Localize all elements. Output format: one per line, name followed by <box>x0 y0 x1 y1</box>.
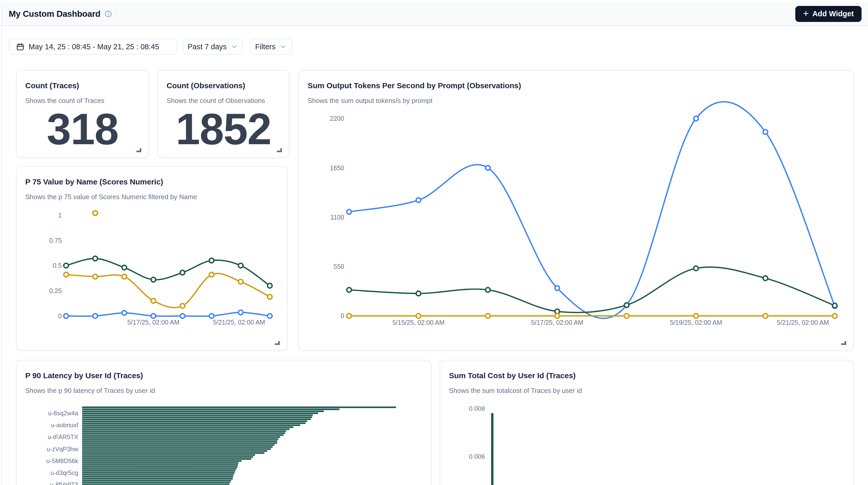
svg-text:550: 550 <box>334 263 344 270</box>
svg-text:u-d3qr5cg: u-d3qr5cg <box>51 469 79 476</box>
widget-title: Sum Output Tokens Per Second by Prompt (… <box>308 81 521 90</box>
svg-text:5/17/25, 02:00 AM: 5/17/25, 02:00 AM <box>127 319 180 326</box>
svg-text:1650: 1650 <box>330 164 344 172</box>
widget-subtitle: Shows the count of Observations <box>166 97 265 105</box>
svg-text:u-5M8D56k: u-5M8D56k <box>46 457 79 464</box>
widget-title: P 75 Value by Name (Scores Numeric) <box>25 178 163 186</box>
widget-subtitle: Shows the p 90 latency of Traces by user… <box>25 387 155 395</box>
widget-p90-latency-chart: u-8sq2w4au-aobnuxfu-tFAR5TXu-zVqP3hwu-5M… <box>16 360 431 485</box>
widget-subtitle: Shows the sum totalcost of Traces by use… <box>449 387 582 395</box>
calendar-icon <box>16 42 25 51</box>
count-value: 318 <box>17 107 149 151</box>
svg-text:u-aobnuxf: u-aobnuxf <box>51 422 79 428</box>
add-widget-button[interactable]: + Add Widget <box>795 6 862 22</box>
header: My Custom Dashboard + Add Widget <box>2 2 868 26</box>
widget-count-observations: Count (Observations) Shows the count of … <box>157 70 289 158</box>
svg-text:0.008: 0.008 <box>469 405 485 412</box>
widget-p75-chart: 00.250.50.7515/17/25, 02:00 AM5/21/25, 0… <box>16 166 287 351</box>
page-title: My Custom Dashboard <box>9 9 100 19</box>
widget-title: P 90 Latency by User Id (Traces) <box>25 371 143 380</box>
svg-text:1: 1 <box>58 212 62 219</box>
svg-text:0.5: 0.5 <box>53 262 62 269</box>
svg-text:2200: 2200 <box>330 115 344 122</box>
filters-dropdown[interactable]: Filters <box>250 39 292 55</box>
svg-text:5/15/25, 02:00 AM: 5/15/25, 02:00 AM <box>392 319 444 326</box>
svg-text:5/19/25, 02:00 AM: 5/19/25, 02:00 AM <box>670 319 722 326</box>
widget-tokens-chart: 05501100165022005/15/25, 02:00 AM5/17/25… <box>298 70 854 351</box>
svg-text:u-tFAR5TX: u-tFAR5TX <box>48 433 78 441</box>
widget-title: Sum Total Cost by User Id (Traces) <box>449 371 576 380</box>
chevron-down-icon <box>231 43 238 50</box>
plus-icon: + <box>803 8 809 18</box>
widget-title: Count (Observations) <box>166 81 245 90</box>
chevron-down-icon <box>280 43 286 50</box>
svg-text:u-8sq2w4a: u-8sq2w4a <box>48 410 79 417</box>
widget-subtitle: Shows the p 75 value of Scores Numeric f… <box>25 193 197 201</box>
svg-text:u-8fVa9T3: u-8fVa9T3 <box>50 481 78 485</box>
date-range-picker[interactable]: May 14, 25 : 08:45 - May 21, 25 : 08:45 <box>9 39 177 55</box>
widget-total-cost-chart: 0.0080.006 Sum Total Cost by User Id (Tr… <box>440 360 854 485</box>
widget-count-traces: Count (Traces) Shows the count of Traces… <box>16 70 149 158</box>
svg-text:0.25: 0.25 <box>49 287 62 294</box>
resize-handle-icon[interactable] <box>136 148 141 152</box>
range-preset-value: Past 7 days <box>187 42 227 51</box>
resize-handle-icon[interactable] <box>275 341 280 345</box>
svg-text:1100: 1100 <box>330 214 344 221</box>
widget-subtitle: Shows the count of Traces <box>25 97 104 105</box>
svg-text:0: 0 <box>58 312 62 320</box>
content-left-divider <box>1 2 2 485</box>
range-preset-dropdown[interactable]: Past 7 days <box>183 39 243 55</box>
svg-text:0: 0 <box>341 312 344 320</box>
svg-text:5/21/25, 02:00 AM: 5/21/25, 02:00 AM <box>213 319 265 326</box>
info-icon[interactable] <box>105 10 112 18</box>
svg-text:5/17/25, 02:00 AM: 5/17/25, 02:00 AM <box>531 319 583 326</box>
widget-subtitle: Shows the sum output tokens/s by prompt <box>308 97 432 105</box>
svg-text:0.75: 0.75 <box>49 237 62 244</box>
count-value: 1852 <box>158 107 289 151</box>
widget-title: Count (Traces) <box>25 81 79 90</box>
svg-text:0.006: 0.006 <box>469 453 485 460</box>
tokens-line-chart: 05501100165022005/15/25, 02:00 AM5/17/25… <box>299 70 853 350</box>
filters-label: Filters <box>255 42 276 51</box>
resize-handle-icon[interactable] <box>841 341 846 345</box>
date-range-value: May 14, 25 : 08:45 - May 21, 25 : 08:45 <box>29 42 159 51</box>
resize-handle-icon[interactable] <box>277 148 282 152</box>
svg-text:u-zVqP3hw: u-zVqP3hw <box>47 446 79 453</box>
svg-text:5/21/25, 02:00 AM: 5/21/25, 02:00 AM <box>777 319 829 326</box>
add-widget-label: Add Widget <box>812 9 854 18</box>
dashboard-page: My Custom Dashboard + Add Widget May 14,… <box>0 0 868 485</box>
